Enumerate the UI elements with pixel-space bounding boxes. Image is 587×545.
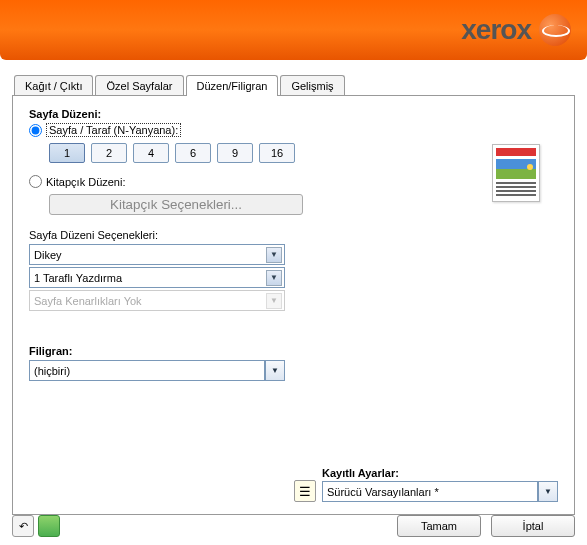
- reset-button[interactable]: ↶: [12, 515, 34, 537]
- radio-booklet-label: Kitapçık Düzeni:: [46, 176, 125, 188]
- nup-4-button[interactable]: 4: [133, 143, 169, 163]
- tab-paper-output[interactable]: Kağıt / Çıktı: [14, 75, 93, 96]
- ok-button[interactable]: Tamam: [397, 515, 481, 537]
- brand-logo-icon: [539, 14, 571, 46]
- eco-button[interactable]: [38, 515, 60, 537]
- radio-nup[interactable]: [29, 124, 42, 137]
- watermark-select[interactable]: (hiçbiri): [29, 360, 265, 381]
- nup-2-button[interactable]: 2: [91, 143, 127, 163]
- radio-booklet[interactable]: [29, 175, 42, 188]
- booklet-options-button: Kitapçık Seçenekleri...: [49, 194, 303, 215]
- orientation-select[interactable]: Dikey ▼: [29, 244, 285, 265]
- saved-settings-select[interactable]: Sürücü Varsayılanları *: [322, 481, 538, 502]
- watermark-value: (hiçbiri): [34, 365, 70, 377]
- watermark-dropdown-button[interactable]: ▼: [265, 360, 285, 381]
- nup-9-button[interactable]: 9: [217, 143, 253, 163]
- saved-settings-value: Sürücü Varsayılanları *: [327, 486, 439, 498]
- chevron-down-icon: ▼: [266, 247, 282, 263]
- tab-layout-watermark[interactable]: Düzen/Filigran: [186, 75, 279, 96]
- saved-settings-icon: ☰: [294, 480, 316, 502]
- footer: ↶ Tamam İptal: [12, 515, 575, 537]
- cancel-button[interactable]: İptal: [491, 515, 575, 537]
- chevron-down-icon: ▼: [271, 366, 279, 375]
- brand-logo-text: xerox: [461, 14, 531, 46]
- nup-16-button[interactable]: 16: [259, 143, 295, 163]
- chevron-down-icon: ▼: [266, 293, 282, 309]
- saved-settings-dropdown-button[interactable]: ▼: [538, 481, 558, 502]
- page-layout-title: Sayfa Düzeni:: [29, 108, 558, 120]
- radio-nup-label: Sayfa / Taraf (N-Yanyana):: [46, 123, 181, 137]
- tab-bar: Kağıt / Çıktı Özel Sayfalar Düzen/Filigr…: [14, 74, 587, 95]
- undo-icon: ↶: [19, 520, 28, 533]
- sides-select[interactable]: 1 Taraflı Yazdırma ▼: [29, 267, 285, 288]
- nup-6-button[interactable]: 6: [175, 143, 211, 163]
- radio-booklet-row[interactable]: Kitapçık Düzeni:: [29, 175, 558, 188]
- header: xerox: [0, 0, 587, 60]
- saved-settings-label: Kayıtlı Ayarlar:: [322, 467, 558, 479]
- tab-advanced[interactable]: Gelişmiş: [280, 75, 344, 96]
- layout-options-label: Sayfa Düzeni Seçenekleri:: [29, 229, 558, 241]
- watermark-label: Filigran:: [29, 345, 558, 357]
- borders-value: Sayfa Kenarlıkları Yok: [34, 295, 142, 307]
- nup-button-row: 1 2 4 6 9 16: [49, 143, 558, 163]
- main-panel: Sayfa Düzeni: Sayfa / Taraf (N-Yanyana):…: [12, 95, 575, 515]
- page-preview-icon: [492, 144, 540, 202]
- sides-value: 1 Taraflı Yazdırma: [34, 272, 122, 284]
- chevron-down-icon: ▼: [544, 487, 552, 496]
- chevron-down-icon: ▼: [266, 270, 282, 286]
- orientation-value: Dikey: [34, 249, 62, 261]
- tab-special-pages[interactable]: Özel Sayfalar: [95, 75, 183, 96]
- radio-nup-row[interactable]: Sayfa / Taraf (N-Yanyana):: [29, 123, 558, 137]
- borders-select: Sayfa Kenarlıkları Yok ▼: [29, 290, 285, 311]
- nup-1-button[interactable]: 1: [49, 143, 85, 163]
